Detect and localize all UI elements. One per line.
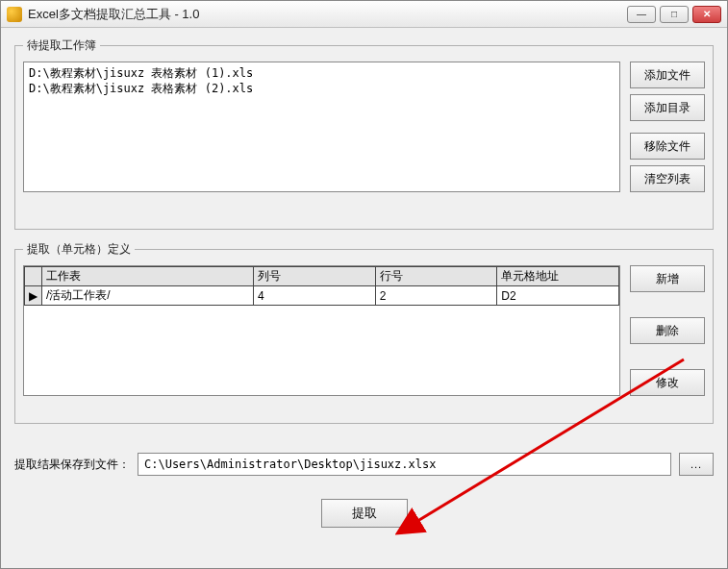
add-folder-button[interactable]: 添加目录 xyxy=(630,94,705,121)
cell-row[interactable]: 2 xyxy=(375,286,497,306)
header-col[interactable]: 列号 xyxy=(254,267,376,286)
save-path-input[interactable] xyxy=(138,453,671,476)
definition-buttons: 新增 删除 修改 xyxy=(630,265,705,396)
header-sheet[interactable]: 工作表 xyxy=(42,267,254,286)
window-body: 待提取工作簿 D:\教程素材\jisuxz 表格素材 (1).xls D:\教程… xyxy=(1,28,727,568)
browse-button[interactable]: ... xyxy=(679,453,714,476)
workbook-legend: 待提取工作簿 xyxy=(23,37,100,54)
definition-legend: 提取（单元格）定义 xyxy=(23,241,135,258)
header-row[interactable]: 行号 xyxy=(375,267,497,286)
grid-corner xyxy=(25,267,42,286)
cell-col[interactable]: 4 xyxy=(254,286,376,306)
file-listbox[interactable]: D:\教程素材\jisuxz 表格素材 (1).xls D:\教程素材\jisu… xyxy=(23,62,620,192)
header-addr[interactable]: 单元格地址 xyxy=(497,267,619,286)
workbook-group: 待提取工作簿 D:\教程素材\jisuxz 表格素材 (1).xls D:\教程… xyxy=(14,37,714,230)
edit-button[interactable]: 修改 xyxy=(630,369,705,396)
close-button[interactable]: ✕ xyxy=(692,6,721,23)
extract-row: 提取 xyxy=(14,499,714,528)
app-icon xyxy=(7,7,22,22)
clear-list-button[interactable]: 清空列表 xyxy=(630,165,705,192)
window-title: Excel多文档提取汇总工具 - 1.0 xyxy=(28,6,627,23)
row-marker: ▶ xyxy=(25,286,42,306)
window-controls: — □ ✕ xyxy=(627,6,721,23)
remove-file-button[interactable]: 移除文件 xyxy=(630,133,705,160)
add-file-button[interactable]: 添加文件 xyxy=(630,62,705,88)
maximize-button[interactable]: □ xyxy=(660,6,689,23)
cell-addr[interactable]: D2 xyxy=(497,286,619,306)
minimize-button[interactable]: — xyxy=(627,6,656,23)
definition-group: 提取（单元格）定义 工作表 列号 行号 单元格地址 xyxy=(14,241,714,424)
table-row[interactable]: ▶/活动工作表/42D2 xyxy=(25,286,619,306)
delete-button[interactable]: 删除 xyxy=(630,317,705,344)
definition-grid[interactable]: 工作表 列号 行号 单元格地址 ▶/活动工作表/42D2 xyxy=(23,265,620,396)
cell-sheet[interactable]: /活动工作表/ xyxy=(42,286,254,306)
app-window: Excel多文档提取汇总工具 - 1.0 — □ ✕ 待提取工作簿 D:\教程素… xyxy=(0,0,728,569)
extract-button[interactable]: 提取 xyxy=(321,499,408,528)
save-label: 提取结果保存到文件： xyxy=(14,457,130,473)
titlebar: Excel多文档提取汇总工具 - 1.0 — □ ✕ xyxy=(1,1,727,28)
save-row: 提取结果保存到文件： ... xyxy=(14,453,714,476)
workbook-buttons: 添加文件 添加目录 移除文件 清空列表 xyxy=(630,62,705,192)
new-button[interactable]: 新增 xyxy=(630,265,705,292)
